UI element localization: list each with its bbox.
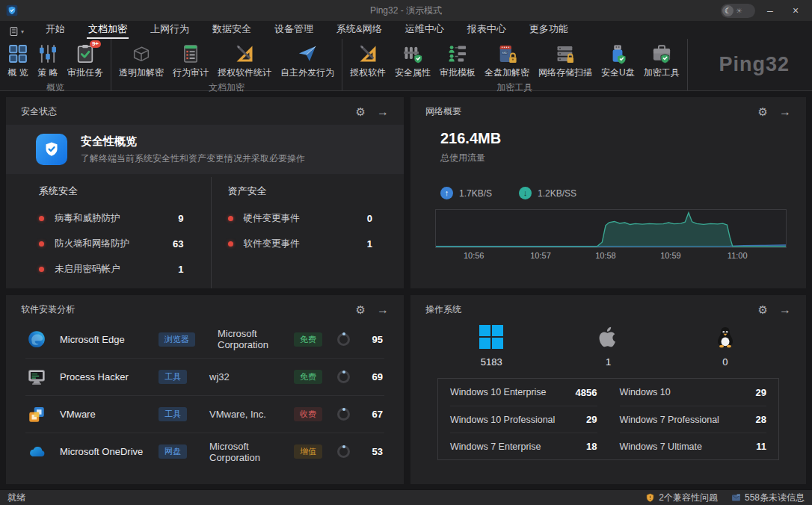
gear-icon[interactable]: ⚙ xyxy=(356,106,366,117)
table-row[interactable]: Windows 7 Professional 28 xyxy=(620,406,767,433)
tab-report-center[interactable]: 报表中心 xyxy=(466,22,508,39)
ribbon-group-document-encryption: 透明加解密 行为审计 授权软件统计 自主外发行为 文档加密 xyxy=(111,39,342,90)
ssd-lock-icon: SSD xyxy=(496,43,517,64)
security-overview-hero: 安全性概览 了解终端当前系统安全性和资产变更情况并采取必要操作 xyxy=(6,125,404,174)
os-stat-apple: 1 xyxy=(550,325,666,368)
ribbon-button-security-attributes[interactable]: 安全属性 xyxy=(390,42,435,81)
ribbon-button-overview[interactable]: 概 览 xyxy=(3,42,33,81)
title-bar: Ping32 - 演示模式 ☾ ☀ – × xyxy=(0,0,812,21)
onedrive-app-icon xyxy=(27,442,46,462)
edge-app-icon xyxy=(27,329,46,349)
price-badge: 免费 xyxy=(294,370,322,384)
list-item[interactable]: 病毒和威胁防护 9 xyxy=(39,205,184,231)
ribbon-button-encryption-tools[interactable]: 加密工具 xyxy=(639,42,684,81)
linux-tux-icon xyxy=(713,325,737,349)
unread-messages[interactable]: 558条未读信息 xyxy=(731,492,805,504)
arrow-right-icon[interactable]: → xyxy=(377,304,389,316)
table-row[interactable]: Microsoft Edge 浏览器 Microsoft Corporation… xyxy=(25,320,384,358)
panel-network-overview: 网络概要 ⚙ → 216.4MB 总使用流量 ↑ 1.7KB/S ↓ 1.2KB… xyxy=(410,97,806,288)
score-ring-icon xyxy=(337,445,350,458)
ribbon-group-label: 概览 xyxy=(3,81,108,97)
tab-ops-center[interactable]: 运维中心 xyxy=(404,22,446,39)
ribbon-button-self-outgoing[interactable]: 自主外发行为 xyxy=(276,42,339,81)
list-item[interactable]: 未启用密码帐户 1 xyxy=(39,256,184,282)
category-badge: 网盘 xyxy=(159,444,187,459)
total-traffic-label: 总使用流量 xyxy=(440,152,806,164)
ribbon-group-encryption-tools: 授权软件 安全属性 审批模板 SSD 全盘加解密 xyxy=(342,39,688,90)
arrow-right-icon[interactable]: → xyxy=(377,106,389,118)
ribbon-button-policy[interactable]: 策 略 xyxy=(33,42,63,81)
gear-icon[interactable]: ⚙ xyxy=(758,304,768,315)
window-title: Ping32 - 演示模式 xyxy=(0,4,812,17)
ribbon-group-label: 加密工具 xyxy=(345,81,684,97)
vmware-app-icon xyxy=(27,405,46,424)
total-traffic-value: 216.4MB xyxy=(440,130,806,147)
table-row[interactable]: Windows 7 Enterprise 18 xyxy=(450,433,597,459)
approval-badge: 9+ xyxy=(90,40,101,48)
category-badge: 工具 xyxy=(159,370,187,384)
ribbon-button-approval-template[interactable]: 审批模板 xyxy=(435,42,480,81)
brand-watermark: Ping32 xyxy=(719,53,812,76)
compatibility-issues[interactable]: 2个兼容性问题 xyxy=(645,492,718,504)
ribbon-button-network-storage-scan[interactable]: 网络存储扫描 xyxy=(534,42,597,81)
ribbon-button-approval-tasks[interactable]: 9+ 审批任务 xyxy=(63,42,108,81)
server-lock-icon xyxy=(555,43,576,64)
clipboard-check-icon: 9+ xyxy=(75,43,96,64)
gear-icon[interactable]: ⚙ xyxy=(356,304,366,315)
panel-operating-systems: 操作系统 ⚙ → 5183 1 0 Windows 10 En xyxy=(410,295,806,484)
ribbon-toolbar: 概 览 策 略 9+ 审批任务 概览 xyxy=(0,39,812,91)
tab-device-management[interactable]: 设备管理 xyxy=(273,22,315,39)
ribbon-button-behavior-audit[interactable]: 行为审计 xyxy=(168,42,213,81)
theme-toggle[interactable]: ☾ ☀ xyxy=(721,4,755,18)
tab-data-security[interactable]: 数据安全 xyxy=(211,22,253,39)
table-row[interactable]: Windows 10 29 xyxy=(620,379,767,406)
table-row[interactable]: Windows 10 Professional 29 xyxy=(450,406,597,433)
alert-dot-icon xyxy=(39,267,44,272)
ribbon-button-full-disk-encryption[interactable]: SSD 全盘加解密 xyxy=(480,42,534,81)
ribbon-button-authorized-software[interactable]: 授权软件 xyxy=(345,42,390,81)
ribbon-button-authorized-software-stats[interactable]: 授权软件统计 xyxy=(213,42,276,81)
download-arrow-icon: ↓ xyxy=(519,187,532,199)
ribbon-button-transparent-encryption[interactable]: 透明加解密 xyxy=(114,42,168,81)
message-icon xyxy=(731,493,741,503)
tab-more-features[interactable]: 更多功能 xyxy=(528,22,570,39)
tab-document-encryption[interactable]: 文档加密 xyxy=(87,22,129,39)
app-logo-icon xyxy=(6,4,18,16)
traffic-chart xyxy=(435,209,787,248)
briefcase-shield-icon xyxy=(651,43,672,64)
ribbon-group-overview: 概 览 策 略 9+ 审批任务 概览 xyxy=(0,39,111,90)
score-ring-icon xyxy=(337,408,350,421)
price-badge: 增值 xyxy=(294,444,322,459)
table-row[interactable]: Microsoft OneDrive 网盘 Microsoft Corporat… xyxy=(25,433,384,470)
set-square-pen-icon xyxy=(357,43,378,64)
table-row[interactable]: Windows 10 Enterprise 4856 xyxy=(450,379,597,406)
tab-web-behavior[interactable]: 上网行为 xyxy=(149,22,191,39)
list-item[interactable]: 防火墙和网络防护 63 xyxy=(39,231,184,256)
close-button[interactable]: × xyxy=(785,2,806,19)
usb-shield-icon xyxy=(607,43,628,64)
arrow-right-icon[interactable]: → xyxy=(779,304,791,316)
hero-subtitle: 了解终端当前系统安全性和资产变更情况并采取必要操作 xyxy=(81,152,305,165)
table-row[interactable]: Windows 7 Ultimate 11 xyxy=(620,433,767,459)
arrow-right-icon[interactable]: → xyxy=(779,106,791,118)
status-ready: 就绪 xyxy=(7,492,25,504)
ribbon-button-secure-usb[interactable]: 安全U盘 xyxy=(597,42,639,81)
list-item[interactable]: 硬件变更事件 0 xyxy=(228,205,373,231)
grid-icon xyxy=(7,43,28,64)
os-stat-linux: 0 xyxy=(667,325,784,368)
status-bar: 就绪 2个兼容性问题 558条未读信息 xyxy=(0,489,812,505)
os-stat-windows: 5183 xyxy=(433,325,550,368)
tab-system-network[interactable]: 系统&网络 xyxy=(335,22,384,39)
fence-shield-icon xyxy=(402,43,423,64)
tab-start[interactable]: 开始 xyxy=(44,22,67,39)
sun-icon: ☀ xyxy=(736,7,742,15)
file-menu-button[interactable]: ▾ xyxy=(9,26,24,39)
cube-icon xyxy=(131,43,152,64)
minimize-button[interactable]: – xyxy=(760,2,781,19)
list-item[interactable]: 软件变更事件 1 xyxy=(228,231,373,256)
gear-icon[interactable]: ⚙ xyxy=(758,106,768,117)
table-row[interactable]: VMware 工具 VMware, Inc. 收费 67 xyxy=(25,395,384,433)
download-rate: ↓ 1.2KB/SS xyxy=(519,187,576,199)
table-row[interactable]: Process Hacker 工具 wj32 免费 69 xyxy=(25,358,384,395)
category-badge: 浏览器 xyxy=(159,332,195,347)
